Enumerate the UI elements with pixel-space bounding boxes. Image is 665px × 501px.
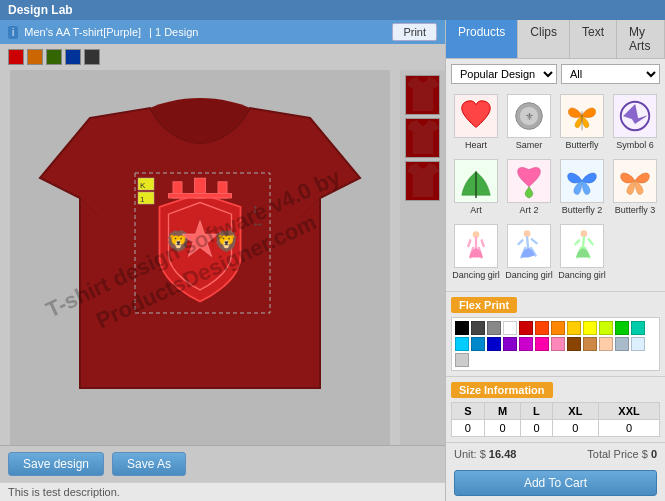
art-label-dancing2: Dancing girl bbox=[505, 270, 553, 280]
palette-yellow[interactable] bbox=[583, 321, 597, 335]
save-design-button[interactable]: Save design bbox=[8, 452, 104, 476]
status-text: This is test description. bbox=[8, 486, 120, 498]
save-as-button[interactable]: Save As bbox=[112, 452, 186, 476]
art-item-art2[interactable]: Art 2 bbox=[504, 159, 554, 221]
size-val-xl: 0 bbox=[552, 420, 598, 437]
palette-blue[interactable] bbox=[471, 337, 485, 351]
tshirt-container: 🦁 🦁 K 1 bbox=[30, 98, 370, 418]
palette-lightpink[interactable] bbox=[551, 337, 565, 351]
svg-point-22 bbox=[581, 230, 588, 237]
palette-darkblue[interactable] bbox=[487, 337, 501, 351]
product-name: Men's AA T-shirt[Purple] bbox=[24, 26, 141, 38]
add-to-cart-button[interactable]: Add To Cart bbox=[454, 470, 657, 496]
art-item-dancing2[interactable]: Dancing girl bbox=[504, 224, 554, 286]
size-header-xxl: XXL bbox=[599, 403, 660, 420]
app-title: Design Lab bbox=[8, 3, 73, 17]
tab-myarts[interactable]: My Arts bbox=[617, 20, 665, 58]
canvas-area: 🦁 🦁 K 1 bbox=[10, 70, 390, 445]
flex-print-section: Flex Print bbox=[446, 291, 665, 376]
color-swatch-green[interactable] bbox=[46, 49, 62, 65]
palette-lightgray[interactable] bbox=[455, 353, 469, 367]
art-item-samer[interactable]: ⚜ Samer bbox=[504, 94, 554, 156]
palette-magenta[interactable] bbox=[519, 337, 533, 351]
category-filter[interactable]: Popular Design bbox=[451, 64, 557, 84]
size-val-l: 0 bbox=[521, 420, 553, 437]
thumb-back[interactable] bbox=[405, 118, 440, 158]
filter-row: Popular Design All bbox=[446, 59, 665, 89]
type-filter[interactable]: All bbox=[561, 64, 660, 84]
palette-gray[interactable] bbox=[487, 321, 501, 335]
price-row: Unit: $ 16.48 Total Price $ 0 bbox=[446, 442, 665, 465]
palette-steelblue[interactable] bbox=[615, 337, 629, 351]
art-item-art[interactable]: Art bbox=[451, 159, 501, 221]
art-item-butterfly2[interactable]: Butterfly 2 bbox=[557, 159, 607, 221]
thumb-side[interactable] bbox=[405, 161, 440, 201]
art-label-art: Art bbox=[470, 205, 482, 215]
color-swatch-black[interactable] bbox=[84, 49, 100, 65]
svg-text:🦁: 🦁 bbox=[214, 228, 239, 252]
left-panel: i Men's AA T-shirt[Purple] | 1 Design Pr… bbox=[0, 20, 445, 501]
tab-text[interactable]: Text bbox=[570, 20, 617, 58]
palette-teal[interactable] bbox=[631, 321, 645, 335]
tab-clips[interactable]: Clips bbox=[518, 20, 570, 58]
title-bar: Design Lab bbox=[0, 0, 665, 20]
art-item-butterfly[interactable]: Butterfly bbox=[557, 94, 607, 156]
size-info-label: Size Information bbox=[451, 382, 553, 398]
art-item-dancing1[interactable]: Dancing girl bbox=[451, 224, 501, 286]
app-container: Design Lab i Men's AA T-shirt[Purple] | … bbox=[0, 0, 665, 501]
art-label-art2: Art 2 bbox=[519, 205, 538, 215]
palette-tan[interactable] bbox=[583, 337, 597, 351]
total-price: Total Price $ 0 bbox=[587, 448, 657, 460]
size-val-s: 0 bbox=[452, 420, 485, 437]
art-label-symbol6: Symbol 6 bbox=[616, 140, 654, 150]
size-val-m: 0 bbox=[484, 420, 520, 437]
color-swatch-red[interactable] bbox=[8, 49, 24, 65]
palette-yellowgreen[interactable] bbox=[599, 321, 613, 335]
palette-darkgray[interactable] bbox=[471, 321, 485, 335]
unit-price: Unit: $ 16.48 bbox=[454, 448, 516, 460]
tab-products[interactable]: Products bbox=[446, 20, 518, 58]
palette-purple[interactable] bbox=[503, 337, 517, 351]
palette-orangered[interactable] bbox=[535, 321, 549, 335]
art-item-symbol6[interactable]: Symbol 6 bbox=[610, 94, 660, 156]
palette-white[interactable] bbox=[503, 321, 517, 335]
palette-pink[interactable] bbox=[535, 337, 549, 351]
palette-lightblue[interactable] bbox=[631, 337, 645, 351]
art-grid: Heart ⚜ Samer bbox=[446, 89, 665, 291]
size-info-section: Size Information S M L XL XXL 0 bbox=[446, 376, 665, 442]
size-val-xxl: 0 bbox=[599, 420, 660, 437]
thumbnail-strip bbox=[400, 70, 445, 445]
svg-point-21 bbox=[524, 230, 531, 237]
palette-gold[interactable] bbox=[567, 321, 581, 335]
status-bar: This is test description. bbox=[0, 482, 445, 501]
palette-green[interactable] bbox=[615, 321, 629, 335]
design-count: | 1 Design bbox=[149, 26, 198, 38]
thumb-front[interactable] bbox=[405, 75, 440, 115]
main-content: i Men's AA T-shirt[Purple] | 1 Design Pr… bbox=[0, 20, 665, 501]
svg-text:↔: ↔ bbox=[252, 217, 264, 231]
color-swatch-blue[interactable] bbox=[65, 49, 81, 65]
palette-orange[interactable] bbox=[551, 321, 565, 335]
palette-black[interactable] bbox=[455, 321, 469, 335]
product-bar: i Men's AA T-shirt[Purple] | 1 Design Pr… bbox=[0, 20, 445, 44]
palette-brown[interactable] bbox=[567, 337, 581, 351]
size-header-m: M bbox=[484, 403, 520, 420]
size-header-s: S bbox=[452, 403, 485, 420]
svg-text:K: K bbox=[140, 181, 146, 190]
svg-text:1: 1 bbox=[140, 195, 145, 204]
canvas-section: 🦁 🦁 K 1 bbox=[0, 70, 445, 445]
size-row: 0 0 0 0 0 bbox=[452, 420, 660, 437]
color-swatch-orange[interactable] bbox=[27, 49, 43, 65]
art-item-butterfly3[interactable]: Butterfly 3 bbox=[610, 159, 660, 221]
cart-section: Add To Cart bbox=[446, 465, 665, 501]
svg-text:🦁: 🦁 bbox=[166, 228, 191, 252]
print-button[interactable]: Print bbox=[392, 23, 437, 41]
tshirt-svg: 🦁 🦁 K 1 bbox=[30, 98, 370, 418]
svg-text:⚜: ⚜ bbox=[525, 111, 534, 122]
palette-cyan[interactable] bbox=[455, 337, 469, 351]
palette-peach[interactable] bbox=[599, 337, 613, 351]
palette-red[interactable] bbox=[519, 321, 533, 335]
size-header-l: L bbox=[521, 403, 553, 420]
art-item-dancing3[interactable]: Dancing girl bbox=[557, 224, 607, 286]
art-item-heart[interactable]: Heart bbox=[451, 94, 501, 156]
